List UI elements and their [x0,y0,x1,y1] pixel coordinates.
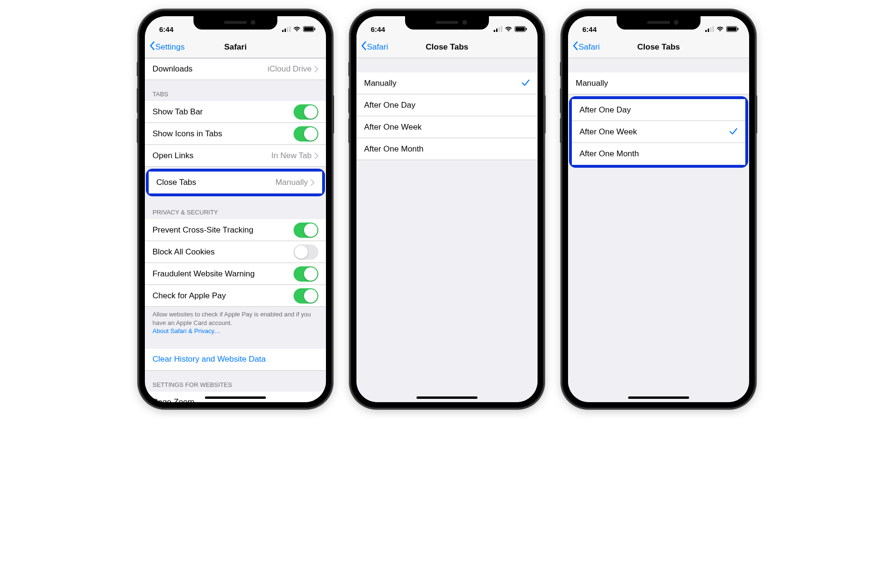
nav-bar: Safari Close Tabs [356,36,538,58]
svg-rect-2 [287,27,288,32]
status-time: 6:44 [371,25,385,33]
option-label: After One Week [364,122,422,132]
option-label: After One Month [579,149,639,159]
downloads-label: Downloads [152,64,193,74]
nav-bar: Safari Close Tabs [568,36,749,58]
nav-bar: Settings Safari [145,36,326,58]
chevron-right-icon [315,66,318,72]
prevent-tracking-label: Prevent Cross-Site Tracking [152,225,254,235]
svg-rect-13 [526,28,527,30]
wifi-icon [293,25,301,33]
phone-1: 6:44 Settings Safari Downloads iCloud Dr… [138,10,333,409]
back-button[interactable]: Settings [149,41,184,53]
checkmark-icon [521,77,530,90]
status-time: 6:44 [582,25,597,33]
auto-close-highlight: After One Day After One Week After One M… [569,96,748,168]
prevent-tracking-toggle[interactable] [294,223,318,238]
chevron-right-icon [311,179,315,186]
notch [193,16,277,30]
back-label: Settings [155,42,184,52]
block-cookies-row[interactable]: Block All Cookies [145,241,326,263]
websites-section-header: SETTINGS FOR WEBSITES [145,371,326,392]
privacy-section-header: PRIVACY & SECURITY [145,198,326,219]
page-title: Close Tabs [637,42,680,52]
downloads-value: iCloud Drive [267,64,312,74]
privacy-footer-text: Allow websites to check if Apple Pay is … [152,311,311,326]
fraud-warning-row[interactable]: Fraudulent Website Warning [145,263,326,285]
phone-2: 6:44 Safari Close Tabs Manually After On… [350,10,544,409]
chevron-left-icon [572,41,579,53]
svg-rect-16 [710,27,711,32]
option-label: After One Day [364,101,416,110]
back-button[interactable]: Safari [572,41,599,53]
notch [405,16,489,30]
privacy-footer: Allow websites to check if Apple Pay is … [145,307,326,340]
option-label: Manually [364,79,396,88]
close-tabs-row[interactable]: Close Tabs Manually [149,172,322,193]
show-icons-toggle[interactable] [294,126,318,142]
battery-icon [515,25,527,33]
block-cookies-toggle[interactable] [294,244,318,260]
fraud-warning-toggle[interactable] [294,266,318,282]
svg-rect-3 [289,26,291,32]
privacy-footer-link[interactable]: About Safari & Privacy… [152,327,221,335]
svg-rect-10 [501,26,502,32]
chevron-right-icon [315,399,318,402]
svg-rect-20 [738,28,739,30]
open-links-label: Open Links [152,151,193,161]
page-title: Safari [224,42,246,52]
chevron-right-icon [315,152,318,159]
svg-rect-5 [304,27,313,31]
svg-rect-6 [315,28,315,30]
downloads-row[interactable]: Downloads iCloud Drive [145,58,326,80]
show-icons-row[interactable]: Show Icons in Tabs [145,123,326,145]
chevron-left-icon [149,41,155,53]
option-label: Manually [576,79,608,88]
svg-rect-7 [494,30,495,32]
svg-rect-1 [284,29,286,32]
home-indicator [205,396,266,399]
clear-history-label: Clear History and Website Data [152,355,266,364]
close-tabs-highlight: Close Tabs Manually [146,169,325,196]
apple-pay-row[interactable]: Check for Apple Pay [145,285,326,307]
svg-rect-14 [705,30,707,32]
battery-icon [726,25,739,33]
option-one-week[interactable]: After One Week [356,116,538,138]
option-one-month[interactable]: After One Month [356,138,538,160]
option-label: After One Month [364,144,424,154]
show-tab-bar-toggle[interactable] [294,104,318,120]
show-tab-bar-row[interactable]: Show Tab Bar [145,101,326,123]
status-time: 6:44 [159,25,173,33]
page-title: Close Tabs [426,42,468,52]
block-cookies-label: Block All Cookies [152,247,214,257]
prevent-tracking-row[interactable]: Prevent Cross-Site Tracking [145,219,326,241]
cellular-icon [282,25,291,33]
option-one-day[interactable]: After One Day [356,94,538,116]
apple-pay-toggle[interactable] [294,288,318,304]
checkmark-icon [729,126,738,138]
close-tabs-label: Close Tabs [156,178,196,187]
option-one-month[interactable]: After One Month [572,143,745,165]
svg-rect-15 [708,29,709,32]
svg-rect-8 [496,29,498,32]
svg-rect-0 [282,30,284,32]
option-manually[interactable]: Manually [568,72,749,94]
notch [617,16,701,30]
cellular-icon [705,25,714,33]
chevron-left-icon [360,41,367,53]
tabs-section-header: TABS [145,80,326,101]
option-manually[interactable]: Manually [356,72,538,94]
show-icons-label: Show Icons in Tabs [152,129,222,139]
close-tabs-value: Manually [275,178,308,187]
option-one-day[interactable]: After One Day [572,99,745,121]
svg-rect-9 [498,27,500,32]
back-label: Safari [367,42,388,52]
battery-icon [303,25,315,33]
open-links-row[interactable]: Open Links In New Tab [145,145,326,167]
option-label: After One Day [579,105,631,115]
back-button[interactable]: Safari [360,41,388,53]
apple-pay-label: Check for Apple Pay [152,291,226,301]
clear-history-row[interactable]: Clear History and Website Data [145,349,326,371]
svg-rect-19 [727,27,736,31]
option-one-week[interactable]: After One Week [572,121,745,143]
